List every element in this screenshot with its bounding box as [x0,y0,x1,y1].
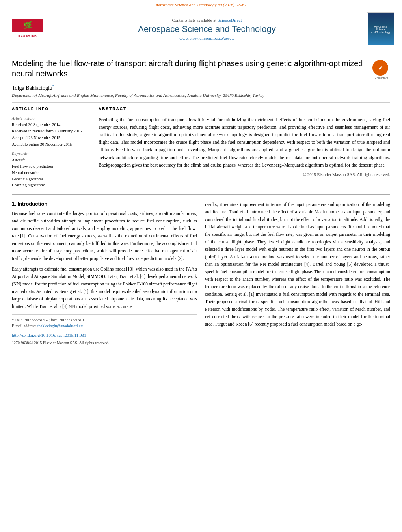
crossmark-label: CrossMark [372,76,390,79]
keyword-3: Neural networks [12,170,91,176]
keyword-1: Aircraft [12,157,91,163]
journal-header-center: Contents lists available at ScienceDirec… [51,18,363,41]
main-content: Modeling the fuel flow-rate of transport… [0,50,402,353]
keyword-2: Fuel flow-rate prediction [12,163,91,170]
abstract-text: Predicting the fuel consumption of trans… [99,116,390,169]
body-columns: 1. Introduction Because fuel rates const… [12,201,390,345]
revised-date: Received in revised form 13 January 2015 [12,128,91,134]
journal-url[interactable]: www.elsevier.com/locate/aescte [51,36,363,41]
article-info-heading: ARTICLE INFO [12,107,91,113]
journal-thumbnail: Aerospace Science and Technology [367,12,394,46]
info-abstract-columns: ARTICLE INFO Article history: Received 3… [12,107,390,189]
article-history-label: Article history: [12,116,91,120]
footnote-contact: * Tel.: +902222261457; fax: +90222322161… [12,317,197,323]
abstract-section: ABSTRACT Predicting the fuel consumption… [99,107,390,189]
keyword-4: Genetic algorithms [12,176,91,182]
body-divider [12,194,390,195]
sciencedirect-anchor[interactable]: ScienceDirect [218,18,242,22]
abstract-heading: ABSTRACT [99,107,390,113]
author-affiliation: Department of Aircraft Airframe and Engi… [12,93,390,98]
keywords-section: Keywords: Aircraft Fuel flow-rate predic… [12,151,91,188]
copyright-bottom: 1270-9638/© 2015 Elsevier Masson SAS. Al… [12,341,197,345]
crossmark-icon: ✓ [372,60,388,76]
journal-cover-image: Aerospace Science and Technology [368,13,394,45]
author-name: Tolga Baklacioglu* [12,84,390,91]
body-left-column: 1. Introduction Because fuel rates const… [12,201,197,345]
doi-link[interactable]: http://dx.doi.org/10.1016/j.ast.2015.11.… [12,333,86,337]
section-1-para-2: Early attempts to estimate fuel consumpt… [12,265,197,310]
journal-header: 🌿 ELSEVIER Contents lists available at S… [0,8,402,50]
sciencedirect-link[interactable]: Contents lists available at ScienceDirec… [51,18,363,22]
article-info-column: ARTICLE INFO Article history: Received 3… [12,107,91,189]
footnote-section: * Tel.: +902222261457; fax: +90222322161… [12,314,197,329]
keyword-5: Learning algorithms [12,182,91,188]
accepted-date: Accepted 23 November 2015 [12,135,91,141]
doi-section: http://dx.doi.org/10.1016/j.ast.2015.11.… [12,332,197,338]
section-divider [12,102,390,103]
article-title: Modeling the fuel flow-rate of transport… [12,58,368,79]
article-title-section: Modeling the fuel flow-rate of transport… [12,58,390,79]
section-1-para-1: Because fuel rates constitute the larges… [12,210,197,262]
elsevier-logo: 🌿 ELSEVIER [8,19,47,40]
elsevier-logo-image: 🌿 ELSEVIER [12,19,43,40]
journal-reference: Aerospace Science and Technology 49 (201… [0,0,402,8]
journal-title: Aerospace Science and Technology [51,24,363,34]
received-date: Received 30 September 2014 [12,122,91,128]
footnote-email: E-mail address: tbaklacioglu@anadolu.edu… [12,323,197,329]
section-1-para-right: results; it requires improvement in term… [205,201,390,328]
elsevier-wordmark: ELSEVIER [12,32,43,39]
email-link[interactable]: tbaklacioglu@anadolu.edu.tr [37,324,83,328]
body-right-column: results; it requires improvement in term… [205,201,390,345]
copyright-line: © 2015 Elsevier Masson SAS. All rights r… [99,172,390,177]
section-1-heading: 1. Introduction [12,201,197,207]
crossmark-badge[interactable]: ✓ CrossMark [372,60,390,79]
available-date: Available online 30 November 2015 [12,142,91,148]
keywords-label: Keywords: [12,151,91,156]
